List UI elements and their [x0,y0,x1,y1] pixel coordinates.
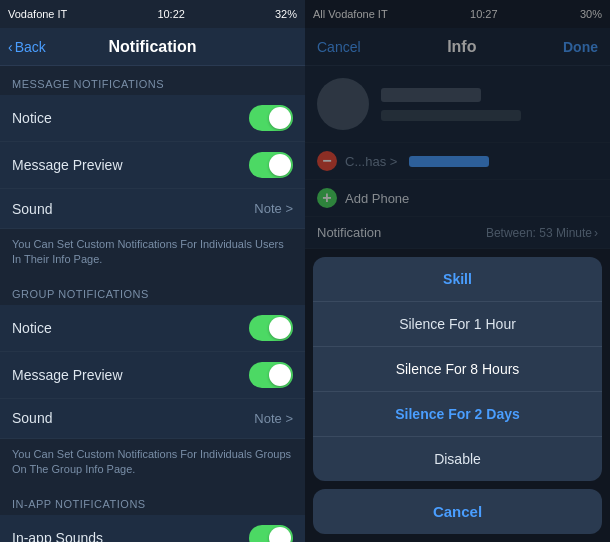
left-nav-title: Notification [109,38,197,56]
group-preview-label: Message Preview [12,367,123,383]
action-sheet-cancel-button[interactable]: Cancel [313,489,602,534]
message-notice-toggle[interactable] [249,105,293,131]
message-sound-value: Note > [254,201,293,216]
message-notice-label: Notice [12,110,52,126]
action-item-silence-2d[interactable]: Silence For 2 Days [313,392,602,437]
action-sheet-overlay: Skill Silence For 1 Hour Silence For 8 H… [305,0,610,542]
inapp-sounds-row[interactable]: In-app Sounds [0,515,305,542]
message-sound-row[interactable]: Sound Note > [0,189,305,229]
group-sound-row[interactable]: Sound Note > [0,399,305,439]
message-preview-toggle[interactable] [249,152,293,178]
back-button[interactable]: ‹ Back [8,39,46,55]
left-nav-bar: ‹ Back Notification [0,28,305,66]
message-notice-row[interactable]: Notice [0,95,305,142]
inapp-sounds-label: In-app Sounds [12,530,103,542]
group-notice-row[interactable]: Notice [0,305,305,352]
group-preview-toggle[interactable] [249,362,293,388]
action-item-silence-1h[interactable]: Silence For 1 Hour [313,302,602,347]
message-preview-row[interactable]: Message Preview [0,142,305,189]
group-sound-value: Note > [254,411,293,426]
group-preview-row[interactable]: Message Preview [0,352,305,399]
back-label: Back [15,39,46,55]
group-sound-label: Sound [12,410,52,426]
inapp-sounds-toggle[interactable] [249,525,293,542]
action-sheet-main: Skill Silence For 1 Hour Silence For 8 H… [313,257,602,481]
message-preview-label: Message Preview [12,157,123,173]
chevron-left-icon: ‹ [8,39,13,55]
action-item-silence-8h[interactable]: Silence For 8 Hours [313,347,602,392]
inapp-notifications-header: IN-APP NOTIFICATIONS [0,486,305,515]
left-time: 10:22 [157,8,185,20]
group-notice-label: Notice [12,320,52,336]
group-notice-toggle[interactable] [249,315,293,341]
message-notifications-header: MESSAGE NOTIFICATIONS [0,66,305,95]
right-panel: All Vodafone IT 10:27 30% Cancel Info Do… [305,0,610,542]
left-status-bar: Vodafone IT 10:22 32% [0,0,305,28]
action-item-skill[interactable]: Skill [313,257,602,302]
message-sound-label: Sound [12,201,52,217]
left-carrier: Vodafone IT [8,8,67,20]
group-notifications-header: GROUP NOTIFICATIONS [0,276,305,305]
action-item-disable[interactable]: Disable [313,437,602,481]
left-battery: 32% [275,8,297,20]
left-panel: Vodafone IT 10:22 32% ‹ Back Notificatio… [0,0,305,542]
group-info-text: You Can Set Custom Notifications For Ind… [0,439,305,486]
message-info-text: You Can Set Custom Notifications For Ind… [0,229,305,276]
